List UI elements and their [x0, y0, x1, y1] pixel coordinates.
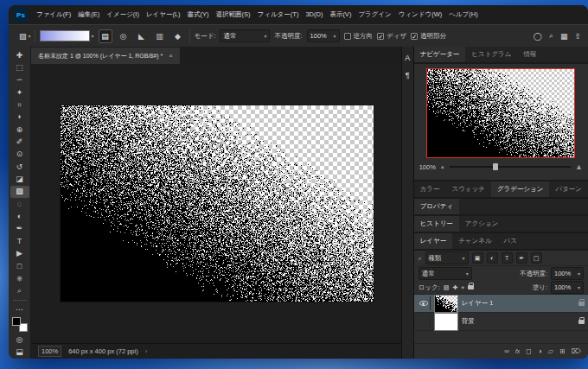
menu-3d[interactable]: 3D(D) — [302, 5, 326, 24]
fill-dropdown[interactable]: 100% ▾ — [551, 281, 584, 294]
navigator-zoom-value[interactable]: 100% — [419, 163, 436, 171]
tab-navigator[interactable]: ナビゲーター — [414, 47, 466, 62]
radial-gradient-button[interactable]: ◎ — [117, 29, 131, 43]
tab-history[interactable]: ヒストリー — [414, 216, 459, 232]
menu-select[interactable]: 選択範囲(S) — [213, 5, 254, 24]
tab-gradients[interactable]: グラデーション — [491, 181, 550, 197]
user-account-icon[interactable]: ◯ — [534, 32, 542, 41]
delete-layer-icon[interactable]: ⌦ — [572, 348, 581, 355]
zoom-level-field[interactable]: 100% — [38, 346, 61, 357]
background-thumbnail[interactable] — [435, 314, 457, 330]
zoom-out-icon[interactable]: ▲ — [440, 164, 445, 169]
menu-image[interactable]: イメージ(I) — [103, 5, 143, 24]
new-layer-icon[interactable]: ⊞ — [559, 348, 566, 355]
lasso-tool[interactable]: ∽ — [10, 74, 29, 86]
zoom-tool[interactable]: ⌕ — [10, 285, 29, 297]
menu-filter[interactable]: フィルター(T) — [254, 5, 303, 24]
menu-type[interactable]: 書式(Y) — [184, 5, 213, 24]
lock-all-icon[interactable] — [468, 285, 474, 289]
linear-gradient-button[interactable]: ▤ — [99, 29, 112, 43]
type-tool[interactable]: T — [10, 235, 29, 247]
tab-properties[interactable]: プロパティ — [414, 199, 459, 214]
visibility-toggle[interactable] — [418, 315, 431, 328]
adjustment-layer-icon[interactable]: ◑ — [538, 348, 542, 355]
navigator-zoom-slider[interactable] — [450, 166, 571, 168]
eraser-tool[interactable]: ◪ — [10, 173, 29, 185]
menu-help[interactable]: ヘルプ(H) — [445, 5, 481, 24]
screen-mode-icon[interactable]: ⬓ — [10, 347, 29, 359]
menu-plugins[interactable]: プラグイン — [355, 5, 394, 24]
lock-position-icon[interactable]: ✚ — [452, 284, 457, 291]
tab-layers[interactable]: レイヤー — [414, 233, 453, 249]
tab-channels[interactable]: チャンネル — [452, 233, 497, 249]
menu-layer[interactable]: レイヤー(L) — [143, 5, 184, 24]
foreground-color-swatch[interactable] — [12, 317, 21, 326]
history-brush-tool[interactable]: ↺ — [10, 161, 29, 173]
character-panel-icon[interactable]: A — [405, 54, 410, 62]
menu-window[interactable]: ウィンドウ(W) — [395, 5, 445, 24]
edit-toolbar-icon[interactable]: ⋯ — [10, 303, 29, 315]
layer-opacity-dropdown[interactable]: 100% ▾ — [551, 267, 584, 280]
layer1-thumbnail[interactable] — [435, 296, 457, 312]
tab-swatches[interactable]: スウォッチ — [446, 181, 491, 197]
filter-smart-object-icon[interactable]: ▢ — [531, 252, 542, 264]
menu-file[interactable]: ファイル(F) — [33, 5, 74, 24]
gradient-tool[interactable]: ▨ — [10, 186, 29, 198]
tool-preset-picker[interactable]: ▨ ▾ — [16, 30, 35, 42]
document-canvas[interactable] — [61, 105, 374, 302]
paragraph-panel-icon[interactable]: ¶ — [406, 71, 410, 80]
checkbox-box[interactable] — [344, 33, 351, 40]
new-group-icon[interactable]: ▱ — [548, 348, 553, 355]
share-icon[interactable]: ⇧ — [574, 32, 581, 41]
gradient-picker[interactable]: ▾ — [40, 30, 94, 41]
filter-shape-icon[interactable]: ✒ — [516, 252, 527, 264]
pen-tool[interactable]: ✒ — [10, 223, 29, 235]
status-chevron-icon[interactable]: › — [145, 347, 148, 355]
magic-wand-tool[interactable]: ✦ — [10, 86, 29, 99]
blur-tool[interactable]: ◌ — [10, 198, 29, 210]
checkbox-checked-box[interactable]: ✓ — [411, 33, 418, 40]
transparency-checkbox[interactable]: ✓ 透明部分 — [411, 32, 446, 41]
navigator-view-box[interactable] — [426, 68, 575, 158]
marquee-tool[interactable]: ⬚ — [10, 61, 29, 73]
color-swatches[interactable] — [12, 317, 28, 332]
reverse-checkbox[interactable]: 逆方向 — [344, 32, 374, 41]
tab-histogram[interactable]: ヒストグラム — [465, 47, 517, 62]
search-icon[interactable]: ⌕ — [549, 31, 553, 41]
filter-type-icon[interactable]: T — [502, 252, 513, 264]
visibility-toggle[interactable] — [418, 296, 431, 310]
shape-tool[interactable]: □ — [10, 260, 29, 272]
crop-tool[interactable]: ⌗ — [10, 99, 29, 111]
angle-gradient-button[interactable]: ◣ — [135, 29, 149, 43]
navigator-thumbnail-canvas[interactable] — [427, 69, 574, 157]
filter-kind-dropdown[interactable]: 種類 ▾ — [425, 251, 469, 264]
checkbox-checked-box[interactable]: ✓ — [377, 33, 384, 40]
reflected-gradient-button[interactable]: ▥ — [153, 29, 167, 43]
layer-blend-mode-dropdown[interactable]: 通常 ▾ — [419, 267, 472, 280]
layer-name[interactable]: レイヤー 1 — [462, 299, 494, 308]
lock-artboard-icon[interactable]: ⌖ — [461, 284, 464, 291]
dither-checkbox[interactable]: ✓ ディザ — [377, 32, 406, 41]
blend-mode-dropdown[interactable]: 通常 ▾ — [220, 29, 270, 42]
add-mask-icon[interactable]: ◻ — [526, 348, 532, 355]
document-tab[interactable]: 名称未設定 1 @ 100% (レイヤー 1, RGB/8#) * × — [31, 48, 180, 64]
hand-tool[interactable]: ⎈ — [10, 272, 29, 284]
tab-patterns[interactable]: パターン — [549, 181, 588, 197]
brush-tool[interactable]: ✐ — [10, 136, 29, 148]
layer-name[interactable]: 背景 — [462, 317, 475, 326]
opacity-dropdown[interactable]: 100% ▾ — [307, 29, 340, 42]
tab-color[interactable]: カラー — [414, 181, 446, 197]
diamond-gradient-button[interactable]: ◆ — [171, 29, 185, 43]
quick-mask-icon[interactable]: ◎ — [10, 334, 29, 346]
path-selection-tool[interactable]: ▶ — [10, 248, 29, 260]
move-tool[interactable]: ✚ — [10, 49, 29, 61]
lock-transparent-icon[interactable]: ▨ — [444, 284, 450, 291]
menu-edit[interactable]: 編集(E) — [74, 5, 103, 24]
zoom-in-icon[interactable]: ▲ — [575, 162, 583, 171]
slider-handle[interactable] — [493, 163, 498, 170]
layer-style-icon[interactable]: fx — [515, 348, 520, 354]
tab-actions[interactable]: アクション — [459, 216, 504, 232]
menu-view[interactable]: 表示(V) — [326, 5, 355, 24]
close-tab-icon[interactable]: × — [169, 52, 173, 60]
layer-row-background[interactable]: 背景 — [414, 313, 588, 331]
